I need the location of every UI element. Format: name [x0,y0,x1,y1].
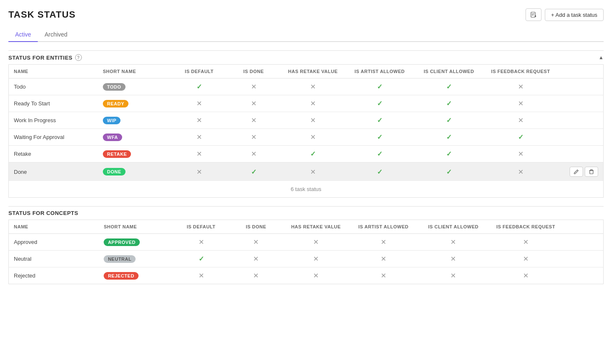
row-name: Ready To Start [9,95,98,112]
entities-section-title: STATUS FOR ENTITIES ? [8,54,82,61]
concepts-section-header: STATUS FOR CONCEPTS [8,206,604,220]
row-feedback-request: ✕ [488,267,563,284]
row-feedback-request: ✕ [488,234,563,251]
concepts-table-wrapper: NAME SHORT NAME IS DEFAULT IS DONE HAS R… [8,220,604,284]
col-header-feedback-request: IS FEEDBACK REQUEST [484,65,558,79]
row-is-done: ✕ [226,146,281,162]
row-has-retake: ✕ [283,267,348,284]
row-feedback-request: ✓ [484,129,558,146]
row-name: Done [9,162,98,181]
svg-rect-3 [590,170,593,174]
row-artist-allowed: ✓ [345,146,414,162]
row-actions-cell [558,95,603,112]
entities-table: NAME SHORT NAME IS DEFAULT IS DONE HAS R… [9,65,603,181]
row-artist-allowed: ✓ [345,112,414,129]
table-row: Done DONE ✕ ✓ ✕ ✓ ✓ ✕ [9,162,603,181]
row-is-default: ✕ [172,162,227,181]
row-actions-cell [563,234,603,251]
tab-archived[interactable]: Archived [38,28,74,42]
row-feedback-request: ✕ [484,79,558,95]
col-header-has-retake: HAS RETAKE VALUE [281,65,345,79]
row-name: Todo [9,79,98,95]
row-name: Work In Progress [9,112,98,129]
row-name: Approved [9,234,99,251]
row-short-name: WIP [98,112,172,129]
row-feedback-request: ✕ [484,162,558,181]
page-header: TASK STATUS + Add a task status [8,8,604,21]
row-client-allowed: ✓ [414,146,484,162]
concepts-col-header-actions [563,220,603,234]
row-has-retake: ✕ [281,79,345,95]
row-artist-allowed: ✕ [348,251,418,267]
row-has-retake: ✓ [281,146,345,162]
row-short-name: APPROVED [99,234,173,251]
row-is-done: ✕ [226,95,281,112]
row-is-done: ✕ [226,79,281,95]
concepts-table-header: NAME SHORT NAME IS DEFAULT IS DONE HAS R… [9,220,603,234]
col-header-short-name: SHORT NAME [98,65,172,79]
tab-active[interactable]: Active [8,28,38,42]
row-actions-cell [558,162,603,181]
row-is-default: ✕ [172,112,227,129]
edit-button[interactable] [570,167,583,177]
row-has-retake: ✕ [281,162,345,181]
row-short-name: READY [98,95,172,112]
col-header-client-allowed: IS CLIENT ALLOWED [414,65,484,79]
row-actions-cell [563,267,603,284]
status-badge: WFA [103,134,122,141]
row-is-done: ✓ [226,162,281,181]
row-is-default: ✕ [174,267,229,284]
row-has-retake: ✕ [281,95,345,112]
tabs-container: Active Archived [8,28,604,42]
row-is-default: ✓ [174,251,229,267]
row-is-default: ✕ [174,234,229,251]
row-is-done: ✕ [229,251,284,267]
concepts-col-header-short-name: SHORT NAME [99,220,173,234]
entities-count: 6 task status [9,181,603,197]
row-client-allowed: ✕ [418,234,489,251]
entities-collapse-icon[interactable]: ▲ [599,55,604,60]
row-is-done: ✕ [229,267,284,284]
row-short-name: NEUTRAL [99,251,173,267]
row-actions-cell [558,129,603,146]
delete-icon [588,169,594,175]
status-badge: NEUTRAL [104,255,136,263]
table-row: Approved APPROVED ✕ ✕ ✕ ✕ ✕ ✕ [9,234,603,251]
header-actions: + Add a task status [526,8,604,21]
row-name: Waiting For Approval [9,129,98,146]
row-short-name: WFA [98,129,172,146]
row-is-default: ✕ [172,129,227,146]
row-is-default: ✓ [172,79,227,95]
concepts-section: STATUS FOR CONCEPTS NAME SHORT NAME IS D… [8,206,604,284]
row-is-default: ✕ [172,146,227,162]
row-has-retake: ✕ [281,112,345,129]
row-artist-allowed: ✕ [348,267,418,284]
row-client-allowed: ✓ [414,162,484,181]
status-badge: READY [103,100,128,107]
row-feedback-request: ✕ [488,251,563,267]
add-task-status-button[interactable]: + Add a task status [545,9,604,21]
row-actions-cell [558,79,603,95]
row-is-done: ✕ [229,234,284,251]
concepts-col-header-name: NAME [9,220,99,234]
row-is-done: ✕ [226,129,281,146]
row-is-default: ✕ [172,95,227,112]
row-client-allowed: ✕ [418,267,489,284]
row-short-name: REJECTED [99,267,173,284]
row-name: Retake [9,146,98,162]
entities-help-icon[interactable]: ? [75,54,82,61]
row-actions-cell [558,112,603,129]
concepts-col-header-is-done: IS DONE [229,220,284,234]
row-actions-cell [563,251,603,267]
row-artist-allowed: ✓ [345,95,414,112]
export-button[interactable] [526,8,541,21]
delete-button[interactable] [585,167,598,177]
row-name: Neutral [9,251,99,267]
row-artist-allowed: ✓ [345,162,414,181]
row-has-retake: ✕ [283,251,348,267]
row-actions [563,167,598,177]
row-artist-allowed: ✓ [345,79,414,95]
entities-table-header: NAME SHORT NAME IS DEFAULT IS DONE HAS R… [9,65,603,79]
col-header-artist-allowed: IS ARTIST ALLOWED [345,65,414,79]
row-actions-cell [558,146,603,162]
